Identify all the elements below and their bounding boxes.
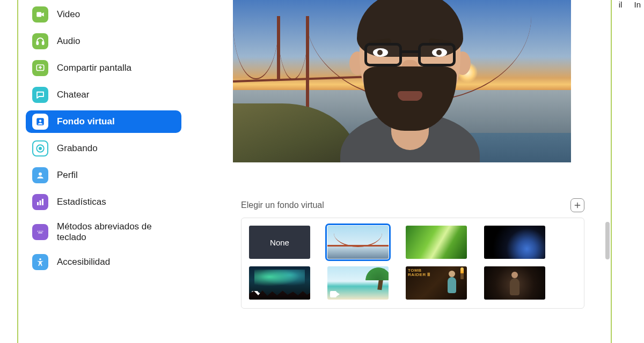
choose-background-header: Elegir un fondo virtual — [241, 198, 584, 212]
thumb-logo-text: TOMBRAIDER Ⅲ — [408, 269, 431, 277]
background-thumb-aurora[interactable] — [249, 266, 310, 300]
svg-rect-11 — [42, 199, 43, 205]
svg-rect-1 — [36, 42, 38, 44]
settings-window: Video Audio Compartir pantalla Chatear F — [17, 0, 612, 343]
gallery-scrollbar[interactable] — [605, 222, 610, 259]
sidebar-item-keyboard-shortcuts[interactable]: Métodos abreviados de teclado — [26, 218, 181, 247]
svg-rect-16 — [39, 231, 40, 232]
video-preview — [233, 0, 571, 162]
portrait-icon — [32, 114, 48, 130]
sidebar-item-label: Video — [57, 9, 80, 20]
user-portrait — [321, 0, 499, 162]
sidebar-item-label: Perfil — [57, 170, 78, 181]
svg-point-20 — [39, 258, 41, 260]
sidebar-item-label: Grabando — [57, 143, 98, 154]
background-thumb-tombraider[interactable]: TOMBRAIDER Ⅲ — [406, 266, 467, 300]
svg-rect-18 — [42, 231, 43, 232]
svg-rect-17 — [41, 231, 42, 232]
svg-point-5 — [39, 120, 42, 122]
accessibility-icon — [32, 254, 48, 270]
sidebar-item-video[interactable]: Video — [26, 3, 181, 26]
sidebar-item-label: Métodos abreviados de teclado — [57, 221, 175, 243]
sidebar-item-label: Estadísticas — [57, 197, 106, 207]
background-thumb-bridge[interactable] — [327, 226, 389, 259]
sidebar-item-statistics[interactable]: Estadísticas — [26, 191, 181, 213]
svg-rect-10 — [40, 200, 41, 205]
sidebar-item-accessibility[interactable]: Accesibilidad — [26, 251, 181, 273]
keyboard-icon — [32, 224, 48, 240]
sidebar-item-label: Audio — [57, 36, 80, 47]
share-screen-icon — [32, 60, 48, 76]
video-icon — [32, 6, 48, 23]
svg-rect-9 — [37, 202, 39, 205]
background-thumb-dark[interactable] — [484, 266, 545, 300]
svg-rect-2 — [42, 42, 44, 44]
sidebar-item-profile[interactable]: Perfil — [26, 164, 181, 187]
video-badge-icon — [330, 291, 340, 297]
sidebar-item-share-screen[interactable]: Compartir pantalla — [26, 57, 181, 79]
sidebar-item-recording[interactable]: Grabando — [26, 137, 181, 160]
background-thumb-beach[interactable] — [327, 266, 389, 300]
svg-point-8 — [39, 173, 42, 176]
sidebar-item-label: Accesibilidad — [57, 257, 110, 267]
sidebar-item-label: Compartir pantalla — [57, 63, 131, 73]
record-icon — [32, 140, 48, 156]
choose-background-title: Elegir un fondo virtual — [241, 200, 324, 210]
svg-point-7 — [39, 147, 42, 150]
sidebar-item-label: Fondo virtual — [57, 116, 115, 127]
svg-rect-14 — [36, 230, 45, 235]
background-thumb-none[interactable]: None — [249, 226, 310, 259]
toplink-a[interactable]: il — [619, 0, 623, 9]
profile-icon — [32, 167, 48, 183]
sidebar-item-virtual-background[interactable]: Fondo virtual — [26, 110, 181, 133]
svg-rect-15 — [38, 231, 39, 232]
toplink-b[interactable]: In — [634, 0, 641, 9]
top-right-links: il In — [609, 0, 641, 9]
svg-rect-0 — [36, 12, 41, 17]
video-badge-icon — [252, 291, 261, 297]
background-thumb-grass[interactable] — [406, 226, 467, 259]
sidebar-item-chat[interactable]: Chatear — [26, 84, 181, 106]
headphones-icon — [32, 33, 48, 49]
sidebar-item-audio[interactable]: Audio — [26, 30, 181, 53]
sidebar-item-label: Chatear — [57, 90, 89, 100]
background-gallery: None TOMBRAIDER Ⅲ — [241, 218, 584, 309]
svg-rect-19 — [38, 233, 42, 234]
background-thumb-earth[interactable] — [484, 226, 545, 259]
settings-sidebar: Video Audio Compartir pantalla Chatear F — [26, 3, 181, 278]
stats-icon — [32, 194, 48, 210]
add-background-button[interactable] — [570, 198, 584, 212]
chat-icon — [32, 87, 48, 103]
